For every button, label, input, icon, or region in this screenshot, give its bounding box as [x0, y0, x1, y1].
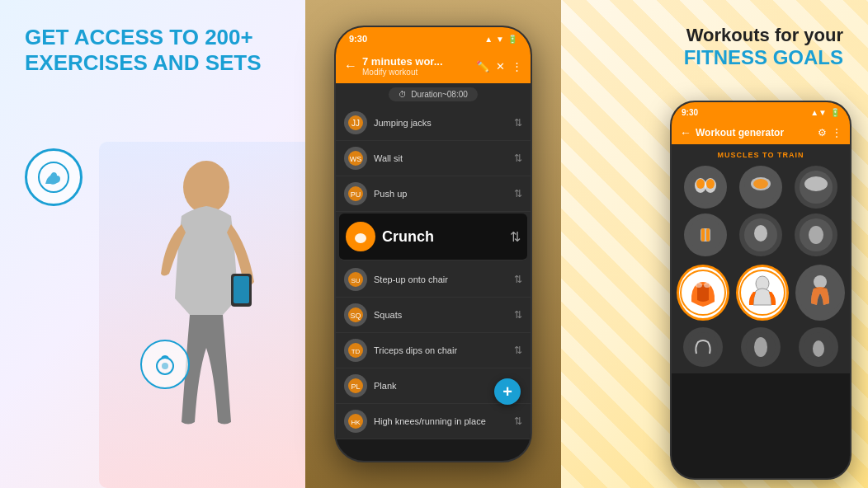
right-panel: Workouts for your FITNESS GOALS 9:30 ▲▼ … [561, 0, 868, 488]
header-icons: ✏️ ✕ ⋮ [476, 60, 522, 73]
exercise-name: Jumping jacks [374, 118, 507, 128]
svg-text:PU: PU [351, 190, 361, 199]
gear-icon[interactable]: ⚙ [818, 127, 827, 138]
sort-icon[interactable]: ⇅ [514, 152, 522, 164]
phone2-title: Workout generator [696, 127, 814, 138]
svg-rect-5 [234, 276, 249, 303]
person-svg [116, 150, 297, 480]
exercise-icon: PU [344, 182, 367, 205]
muscle-biceps[interactable] [739, 214, 782, 256]
svg-point-40 [754, 225, 767, 242]
title-area: 7 minutes wor... Modify workout [362, 55, 471, 77]
sort-icon[interactable]: ⇅ [510, 229, 521, 245]
svg-point-50 [688, 332, 718, 362]
muscle-large-legs[interactable] [795, 265, 845, 321]
more-icon[interactable]: ⋮ [512, 60, 522, 73]
bicep-icon [25, 148, 83, 206]
exercise-icon: JJ [344, 111, 367, 134]
muscle-shoulders[interactable] [795, 166, 837, 209]
clock-icon: ⏱ [399, 90, 407, 99]
exercise-item-triceps-dips[interactable]: TD Triceps dips on chair ⇅ [336, 333, 531, 368]
exercise-item-squats[interactable]: SQ Squats ⇅ [336, 298, 531, 333]
add-exercise-button[interactable]: + [494, 378, 521, 405]
phone2-back-button[interactable]: ← [680, 126, 691, 139]
phone2-battery: 🔋 [830, 108, 840, 117]
wifi-icon: ▼ [496, 35, 504, 44]
person-image [99, 142, 305, 488]
kettlebell-icon [140, 340, 190, 389]
muscle-chest[interactable] [684, 166, 727, 209]
svg-point-44 [696, 283, 702, 288]
duration-text: Duration~08:00 [411, 90, 468, 99]
svg-point-34 [804, 176, 828, 191]
exercise-icon: SQ [344, 303, 367, 326]
phone-header: ← 7 minutes wor... Modify workout ✏️ ✕ ⋮ [336, 50, 531, 83]
svg-text:PL: PL [351, 382, 360, 391]
phone2-header-icons: ⚙ ⋮ [818, 127, 842, 138]
right-tagline-line2: FITNESS GOALS [684, 46, 843, 69]
phone2-time: 9:30 [682, 108, 698, 117]
exercise-item-high-knees[interactable]: HK High knees/running in place ⇅ [336, 404, 531, 439]
exercise-icon: PL [344, 374, 367, 397]
more-icon[interactable]: ⋮ [832, 127, 842, 138]
exercise-icon: WS [344, 147, 367, 170]
muscle-back-upper[interactable] [739, 166, 782, 209]
svg-point-54 [813, 340, 824, 357]
left-tagline: GET ACCESS TO 200+ EXERCISES AND SETS [25, 25, 262, 76]
left-tagline-line2: EXERCISES AND SETS [25, 50, 262, 76]
signal-icon: ▲ [484, 35, 493, 44]
muscles-label: MUSCLES TO TRAIN [677, 151, 845, 159]
sort-icon[interactable]: ⇅ [514, 415, 522, 427]
left-tagline-line1: GET ACCESS TO 200+ [25, 25, 262, 50]
duration-bar: ⏱ Duration~08:00 [336, 83, 531, 106]
edit-icon[interactable]: ✏️ [476, 60, 489, 73]
svg-point-13 [355, 233, 366, 243]
middle-panel: 9:30 ▲ ▼ 🔋 ← 7 minutes wor... Modify wor… [305, 0, 561, 488]
exercise-item-wall-sit[interactable]: WS Wall sit ⇅ [336, 141, 531, 176]
crunch-label: Crunch [382, 228, 503, 246]
svg-point-45 [704, 283, 710, 288]
status-icons: ▲ ▼ 🔋 [484, 35, 517, 44]
muscle-large-back[interactable] [677, 265, 729, 321]
sort-icon[interactable]: ⇅ [514, 345, 522, 356]
svg-text:WS: WS [350, 155, 362, 163]
exercise-icon [346, 222, 375, 251]
muscles-content: MUSCLES TO TRAIN [672, 144, 850, 373]
exercise-name: Step-up onto chair [374, 274, 507, 284]
sort-icon[interactable]: ⇅ [514, 117, 522, 129]
sort-icon[interactable]: ⇅ [514, 274, 522, 285]
exercise-item-step-up[interactable]: SU Step-up onto chair ⇅ [336, 262, 531, 298]
muscle-hamstrings[interactable] [741, 327, 781, 367]
svg-rect-37 [701, 228, 705, 242]
bicep-svg [37, 161, 70, 194]
exercise-item-push-up[interactable]: PU Push up ⇅ [336, 176, 531, 212]
workout-subtitle: Modify workout [362, 68, 471, 77]
exercise-name: Squats [374, 310, 507, 320]
close-icon[interactable]: ✕ [496, 60, 505, 73]
back-button[interactable]: ← [344, 59, 357, 73]
svg-point-42 [809, 226, 823, 244]
muscle-triceps[interactable] [795, 214, 837, 256]
phone-mockup-2: 9:30 ▲▼ 🔋 ← Workout generator ⚙ ⋮ MUSCLE… [670, 101, 851, 480]
exercise-item-crunch[interactable]: Crunch ⇅ [339, 214, 527, 260]
exercise-item-jumping-jacks[interactable]: JJ Jumping jacks ⇅ [336, 106, 531, 141]
exercise-name: Triceps dips on chair [374, 345, 507, 355]
muscle-abs[interactable] [684, 214, 727, 256]
muscle-large-front[interactable] [736, 265, 789, 321]
bottom-muscle-row [677, 327, 845, 367]
muscle-quads[interactable] [683, 327, 723, 367]
phone-mockup-1: 9:30 ▲ ▼ 🔋 ← 7 minutes wor... Modify wor… [334, 26, 532, 462]
left-panel: GET ACCESS TO 200+ EXERCISES AND SETS [0, 0, 305, 488]
svg-text:HK: HK [351, 419, 361, 426]
muscle-calves[interactable] [799, 327, 838, 367]
exercise-icon: HK [344, 410, 367, 433]
kettlebell-svg [150, 350, 180, 379]
svg-text:SQ: SQ [350, 312, 361, 320]
exercise-icon: TD [344, 339, 367, 362]
sort-icon[interactable]: ⇅ [514, 309, 522, 321]
exercise-icon: SU [344, 268, 367, 291]
svg-text:TD: TD [351, 348, 361, 355]
exercise-name: Push up [374, 189, 507, 199]
sort-icon[interactable]: ⇅ [514, 188, 522, 199]
svg-point-29 [706, 179, 715, 189]
